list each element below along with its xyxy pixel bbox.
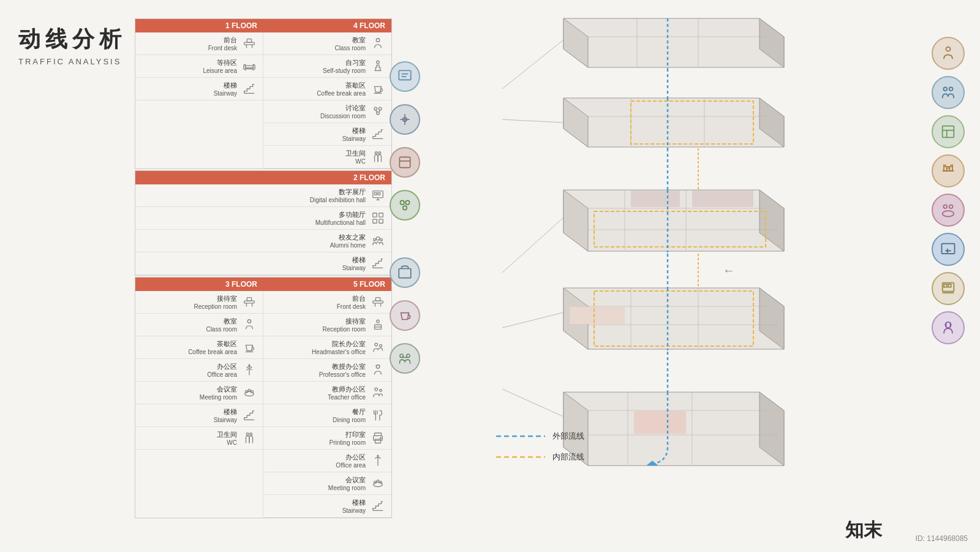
flow-legend-area: 外部流线 内部流线 (496, 431, 584, 472)
svg-point-158 (949, 87, 953, 91)
svg-point-149 (403, 206, 407, 210)
svg-marker-106 (692, 191, 753, 207)
list-item: 楼梯 Stairway (135, 404, 263, 427)
item-text: 办公区 Office area (140, 362, 237, 378)
list-item: 打印室 Printing room (263, 427, 391, 450)
list-item: 卫生间 WC (263, 146, 391, 168)
coffee-icon (369, 80, 386, 97)
dining-icon (369, 407, 386, 424)
right-icon-column (932, 37, 965, 344)
list-item: 教授办公室 Professor's office (263, 359, 391, 382)
svg-rect-159 (943, 126, 954, 138)
wc-icon (369, 148, 386, 165)
svg-point-37 (247, 320, 251, 323)
svg-rect-4 (246, 66, 254, 68)
right-icon-3 (932, 115, 965, 148)
floor-1-4-table: 1 FLOOR 4 FLOOR 前台 Front desk (135, 18, 392, 169)
svg-marker-116 (570, 307, 625, 324)
svg-point-47 (248, 390, 251, 392)
grid-icon (369, 210, 386, 227)
svg-point-19 (379, 152, 381, 154)
svg-rect-172 (948, 284, 951, 287)
item-text: 楼梯 Stairway (140, 407, 237, 423)
svg-point-59 (375, 343, 378, 346)
item-text: 楼梯 Stairway (268, 498, 366, 514)
item-text: 自习室 Self-study room (268, 58, 366, 74)
alumni-icon (369, 232, 386, 249)
left-circle-icon-5 (390, 257, 420, 288)
list-item: 自习室 Self-study room (263, 55, 391, 78)
internal-flow-item: 内部流线 (496, 452, 584, 463)
svg-point-164 (943, 205, 947, 208)
item-text: 讨论室 Discussion room (268, 104, 366, 119)
item-text: 餐厅 Dining room (268, 407, 366, 423)
classroom-icon (241, 316, 258, 333)
svg-point-48 (251, 390, 254, 393)
floor3-items: 接待室 Reception room 教室 (135, 291, 263, 518)
svg-point-9 (377, 61, 380, 64)
meeting2-icon (369, 475, 386, 492)
right-icon-2 (932, 76, 965, 109)
item-text: 打印室 Printing room (268, 430, 366, 446)
svg-point-14 (377, 112, 380, 115)
svg-line-16 (379, 110, 380, 112)
svg-point-50 (246, 433, 249, 436)
list-item: 办公区 Office area (135, 359, 263, 382)
svg-point-80 (380, 481, 382, 483)
svg-rect-145 (399, 157, 410, 167)
coffee-icon (241, 339, 258, 356)
left-circle-icon-6 (390, 300, 420, 331)
list-item: 接待室 Reception room (135, 291, 263, 314)
left-circle-icon-4 (390, 190, 420, 221)
item-text: 办公区 Office area (268, 453, 366, 469)
desk-icon (369, 293, 386, 311)
svg-rect-167 (942, 244, 955, 254)
left-icon-column (390, 61, 420, 374)
right-icon-5 (932, 194, 965, 227)
stairs-icon (369, 255, 386, 272)
svg-point-65 (380, 390, 382, 392)
right-icon-4 (932, 154, 965, 187)
item-text: 楼梯 Stairway (140, 81, 237, 97)
list-item: 接待室 Reception room (263, 314, 391, 336)
item-text: 接待室 Reception room (140, 294, 237, 310)
svg-rect-36 (247, 298, 251, 301)
svg-rect-3 (247, 39, 251, 42)
reception2-icon (369, 316, 386, 333)
item-text: 教授办公室 Professor's office (268, 362, 366, 378)
item-text: 前台 Front desk (140, 36, 237, 51)
item-text: 教室 Class room (140, 317, 237, 333)
stairs-icon (241, 407, 258, 424)
headmaster-icon (369, 339, 386, 356)
floor-3-5-table: 3 FLOOR 5 FLOOR 接待室 Reception room (135, 277, 392, 518)
list-item: 等待区 Leisure area (135, 55, 263, 78)
svg-point-78 (374, 481, 377, 483)
list-item: 茶歇区 Coffee break area (263, 78, 391, 100)
item-text: 楼梯 Stairway (268, 126, 366, 142)
monitor-icon (369, 187, 386, 204)
professor-icon (369, 361, 386, 379)
title-chinese: 动线分析 (18, 25, 126, 55)
svg-rect-150 (399, 269, 411, 278)
building-diagram (392, 0, 833, 533)
svg-point-31 (380, 238, 383, 241)
floor5-items: 前台 Front desk 接待室 (263, 291, 391, 518)
printer-icon (369, 429, 386, 447)
floor4-items: 教室 Class room 自习室 Self-study room (263, 32, 391, 168)
svg-point-148 (405, 200, 410, 205)
item-text: 接待室 Reception room (268, 317, 366, 333)
office2-icon (369, 452, 386, 469)
item-text: 楼梯 Stairway (140, 255, 366, 271)
id-label: ID: 1144968085 (916, 534, 968, 543)
teacher-icon (369, 384, 386, 401)
wc-icon (241, 429, 258, 447)
svg-point-12 (374, 107, 377, 110)
item-text: 茶歇区 Coffee break area (268, 81, 366, 97)
svg-rect-28 (379, 219, 383, 223)
right-icon-1 (932, 37, 965, 70)
study-icon (369, 58, 386, 75)
list-item: 卫生间 WC (135, 427, 263, 450)
svg-rect-24 (378, 192, 380, 195)
right-icon-8 (932, 311, 965, 344)
list-item: 院长办公室 Headmaster's office (263, 336, 391, 359)
